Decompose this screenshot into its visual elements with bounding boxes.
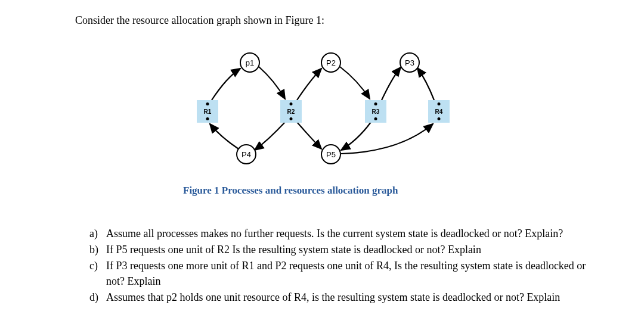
resource-r1: R1 — [197, 100, 218, 123]
question-label: b) — [89, 242, 106, 257]
question-label: c) — [89, 259, 106, 288]
resource-label: R3 — [372, 108, 380, 115]
resource-r4: R4 — [428, 100, 450, 123]
question-text: Assume all processes makes no further re… — [106, 226, 596, 241]
question-label: d) — [89, 290, 106, 305]
question-text: Assumes that p2 holds one unit resource … — [106, 290, 596, 305]
instance-dot — [438, 102, 441, 105]
resource-label: R2 — [287, 108, 295, 115]
question-d: d) Assumes that p2 holds one unit resour… — [89, 290, 596, 305]
instance-dot — [206, 102, 209, 105]
question-text: If P5 requests one unit of R2 Is the res… — [106, 242, 596, 257]
instance-dot — [438, 117, 441, 120]
question-text: If P3 requests one more unit of R1 and P… — [106, 259, 596, 288]
process-p3: P3 — [400, 52, 420, 73]
resource-allocation-diagram: p1 P2 P3 P4 P5 R1 R2 R3 R4 — [185, 48, 471, 167]
questions-list: a) Assume all processes makes no further… — [89, 226, 596, 306]
process-p5: P5 — [321, 144, 341, 164]
intro-text: Consider the resource allocation graph s… — [75, 14, 324, 27]
instance-dot — [290, 117, 293, 120]
resource-label: R4 — [435, 108, 443, 115]
question-b: b) If P5 requests one unit of R2 Is the … — [89, 242, 596, 257]
question-label: a) — [89, 226, 106, 241]
instance-dot — [290, 102, 293, 105]
resource-label: R1 — [204, 108, 212, 115]
process-p2: P2 — [321, 52, 341, 73]
process-p1: p1 — [240, 52, 260, 73]
question-a: a) Assume all processes makes no further… — [89, 226, 596, 241]
process-p4: P4 — [236, 144, 256, 164]
resource-r3: R3 — [365, 100, 386, 123]
question-c: c) If P3 requests one more unit of R1 an… — [89, 259, 596, 288]
figure-caption: Figure 1 Processes and resources allocat… — [183, 185, 398, 197]
instance-dot — [374, 117, 377, 120]
instance-dot — [206, 117, 209, 120]
instance-dot — [374, 102, 377, 105]
resource-r2: R2 — [280, 100, 302, 123]
